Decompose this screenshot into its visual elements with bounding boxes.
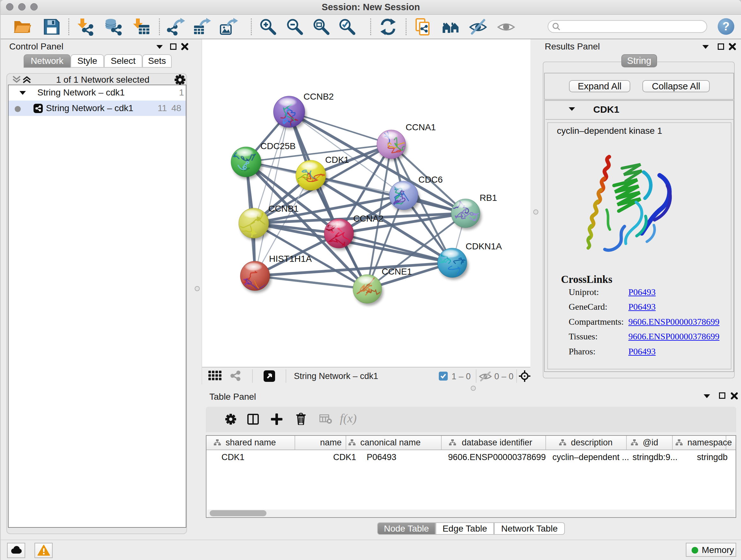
- svg-text:CCNA1: CCNA1: [406, 122, 436, 132]
- svg-text:CCNE1: CCNE1: [382, 266, 412, 276]
- svg-text:CDC25B: CDC25B: [260, 141, 295, 151]
- svg-text:CCNA2: CCNA2: [353, 213, 384, 224]
- svg-text:CCNB2: CCNB2: [304, 91, 334, 102]
- svg-text:HIST1H1A: HIST1H1A: [269, 254, 312, 264]
- svg-text:CDC6: CDC6: [418, 175, 443, 185]
- svg-text:RB1: RB1: [480, 193, 497, 203]
- svg-text:CDKN1A: CDKN1A: [466, 241, 502, 251]
- svg-text:CDK1: CDK1: [325, 155, 349, 165]
- svg-text:CCNB1: CCNB1: [268, 204, 299, 213]
- svg-text:?: ?: [723, 20, 730, 33]
